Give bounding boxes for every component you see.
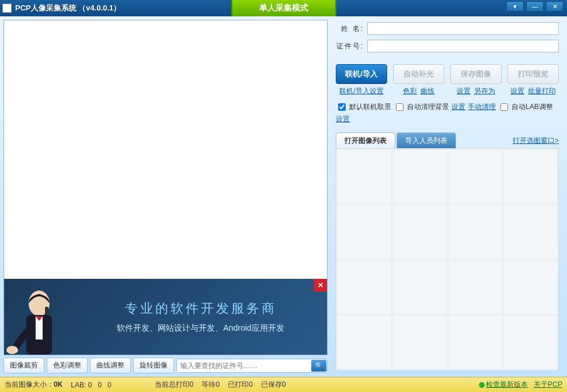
- curve-link[interactable]: 曲线: [420, 86, 434, 96]
- grid-cell[interactable]: [448, 315, 503, 370]
- lab-settings-link[interactable]: 设置: [336, 114, 350, 124]
- save-settings-link[interactable]: 设置: [457, 86, 471, 96]
- grid-cell[interactable]: [392, 315, 447, 370]
- grid-cell[interactable]: [392, 149, 447, 204]
- auto-lab-checkbox[interactable]: [500, 103, 508, 111]
- default-connect-checkbox[interactable]: [338, 103, 346, 111]
- id-field[interactable]: [367, 40, 559, 52]
- crop-button[interactable]: 图像裁剪: [4, 358, 44, 373]
- auto-lab-label: 自动LAB调整: [512, 102, 553, 112]
- save-image-button[interactable]: 保存图像: [450, 64, 502, 84]
- manual-clean-link[interactable]: 手动清理: [468, 102, 496, 112]
- grid-cell[interactable]: [337, 315, 392, 370]
- print-settings-link[interactable]: 设置: [510, 86, 524, 96]
- id-label: 证件号:: [336, 41, 364, 51]
- status-bar: 当前图像大小：0K LAB: 0 0 0 当前总打印0 等待0 已打印0 已保存…: [0, 377, 567, 392]
- saved-count: 已保存0: [261, 380, 286, 390]
- app-title: PCP人像采集系统 （v4.0.0.1）: [15, 3, 121, 13]
- image-grid: [336, 148, 559, 371]
- grid-cell[interactable]: [448, 149, 503, 204]
- name-label: 姓 名:: [336, 24, 364, 34]
- svg-point-3: [6, 346, 18, 354]
- close-button[interactable]: ✕: [546, 1, 563, 12]
- img-size-label: 当前图像大小：: [5, 380, 54, 388]
- clean-bg-settings-link[interactable]: 设置: [451, 102, 465, 112]
- batch-print-link[interactable]: 批量打印: [528, 86, 556, 96]
- lab-b: 0: [107, 381, 112, 389]
- printed-count: 已打印0: [228, 380, 253, 390]
- titlebar: PCP人像采集系统 （v4.0.0.1） 单人采集模式 ▾ — ✕: [0, 0, 567, 16]
- color-link[interactable]: 色彩: [403, 86, 417, 96]
- rotate-button[interactable]: 旋转图像: [133, 358, 174, 373]
- color-adjust-button[interactable]: 色彩调整: [47, 358, 88, 373]
- tab-import-person-list[interactable]: 导入人员列表: [396, 132, 456, 149]
- preview-area: ✕ 专业的软件开发服务商 软件开发、网站设计与开发、Android应用开发: [4, 20, 328, 355]
- grid-cell[interactable]: [337, 260, 392, 315]
- name-field[interactable]: [367, 22, 559, 35]
- connect-settings-link[interactable]: 联机/导入设置: [339, 86, 383, 96]
- connect-import-button[interactable]: 联机/导入: [336, 64, 387, 84]
- settings-dropdown-button[interactable]: ▾: [506, 1, 524, 12]
- check-update-link[interactable]: 检查最新版本: [486, 380, 528, 390]
- update-dot-icon: [479, 382, 485, 388]
- print-preview-button[interactable]: 打印预览: [507, 64, 559, 84]
- grid-cell[interactable]: [337, 149, 392, 204]
- lab-l: 0: [88, 381, 92, 389]
- minimize-button[interactable]: —: [526, 1, 544, 12]
- svg-rect-4: [45, 307, 48, 315]
- search-input[interactable]: [177, 359, 311, 372]
- grid-cell[interactable]: [503, 205, 558, 260]
- ad-person-image: [4, 279, 74, 355]
- grid-cell[interactable]: [503, 315, 558, 370]
- grid-cell[interactable]: [448, 205, 503, 260]
- close-icon[interactable]: ✕: [314, 279, 327, 292]
- ad-banner: ✕ 专业的软件开发服务商 软件开发、网站设计与开发、Android应用开发: [4, 279, 327, 355]
- tab-open-image-list[interactable]: 打开图像列表: [336, 132, 395, 149]
- default-connect-label: 默认联机取景: [349, 102, 391, 112]
- open-select-window-link[interactable]: 打开选图窗口>: [513, 136, 559, 146]
- grid-cell[interactable]: [392, 260, 447, 315]
- auto-light-button[interactable]: 自动补光: [393, 64, 444, 84]
- total-print: 当前总打印0: [155, 380, 194, 390]
- about-link[interactable]: 关于PCP: [534, 380, 562, 390]
- lab-a: 0: [98, 381, 102, 389]
- waiting-count: 等待0: [201, 380, 220, 390]
- auto-clean-bg-label: 自动清理背景: [407, 102, 449, 112]
- grid-cell[interactable]: [337, 205, 392, 260]
- img-size-value: 0K: [54, 380, 62, 388]
- curve-adjust-button[interactable]: 曲线调整: [90, 358, 131, 373]
- ad-subline: 软件开发、网站设计与开发、Android应用开发: [80, 323, 321, 334]
- mode-banner: 单人采集模式: [231, 0, 336, 16]
- app-icon: [2, 4, 12, 13]
- auto-clean-bg-checkbox[interactable]: [396, 103, 403, 111]
- save-as-link[interactable]: 另存为: [474, 86, 495, 96]
- ad-headline: 专业的软件开发服务商: [80, 300, 321, 317]
- search-icon[interactable]: 🔍: [311, 360, 326, 372]
- grid-cell[interactable]: [503, 260, 558, 315]
- grid-cell[interactable]: [392, 205, 447, 260]
- lab-label: LAB:: [71, 381, 86, 389]
- grid-cell[interactable]: [448, 260, 503, 315]
- grid-cell[interactable]: [503, 149, 558, 204]
